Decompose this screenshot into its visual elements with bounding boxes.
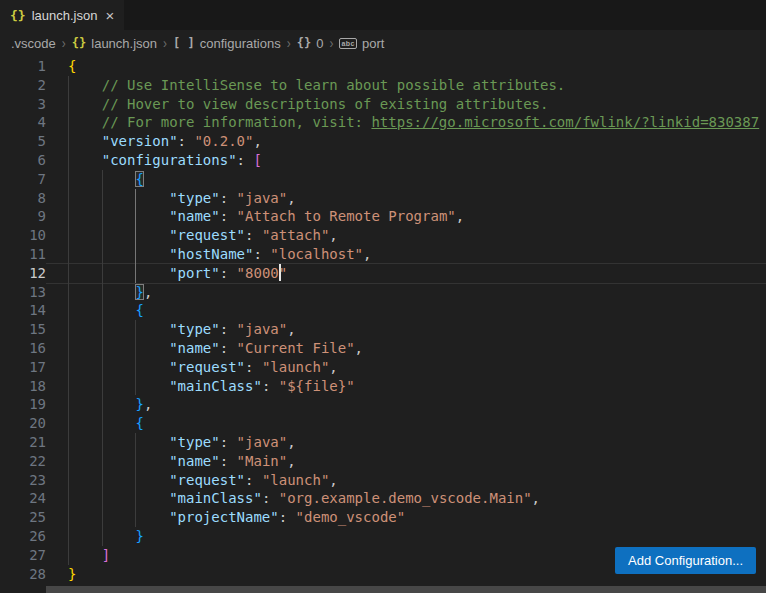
line-content: "name": "Current File",: [46, 339, 766, 358]
line-content: "type": "java",: [46, 433, 766, 452]
line-number: 26: [0, 527, 46, 546]
line-number: 6: [0, 151, 46, 170]
breadcrumb-item-port[interactable]: abcport: [339, 36, 384, 51]
line-content: "request": "launch",: [46, 471, 766, 490]
line-content: "projectName": "demo_vscode": [46, 508, 766, 527]
breadcrumb-label: 0: [316, 36, 323, 51]
code-line[interactable]: 23 "request": "launch",: [0, 471, 766, 490]
code-line[interactable]: 4 // For more information, visit: https:…: [0, 113, 766, 132]
line-number: 15: [0, 320, 46, 339]
object-symbol-icon: {}: [72, 36, 86, 50]
code-line[interactable]: 26 }: [0, 527, 766, 546]
code-line[interactable]: 3 // Hover to view descriptions of exist…: [0, 95, 766, 114]
line-content: "mainClass": "${file}": [46, 377, 766, 396]
code-line[interactable]: 21 "type": "java",: [0, 433, 766, 452]
code-lines: 1{2 // Use IntelliSense to learn about p…: [0, 57, 766, 583]
line-number: 9: [0, 207, 46, 226]
object-symbol-icon: {}: [297, 36, 311, 50]
breadcrumb-label: port: [362, 36, 384, 51]
line-number: 3: [0, 95, 46, 114]
breadcrumb-separator: ›: [329, 35, 333, 52]
line-number: 28: [0, 565, 46, 584]
array-symbol-icon: [ ]: [173, 36, 195, 50]
code-line[interactable]: 10 "request": "attach",: [0, 226, 766, 245]
breadcrumb-separator: ›: [287, 35, 291, 52]
tab-launch-json[interactable]: {} launch.json ×: [0, 0, 124, 30]
line-number: 1: [0, 57, 46, 76]
code-line[interactable]: 11 "hostName": "localhost",: [0, 245, 766, 264]
line-content: // Use IntelliSense to learn about possi…: [46, 76, 766, 95]
code-line[interactable]: 9 "name": "Attach to Remote Program",: [0, 207, 766, 226]
code-line[interactable]: 16 "name": "Current File",: [0, 339, 766, 358]
line-number: 19: [0, 395, 46, 414]
add-configuration-button[interactable]: Add Configuration...: [615, 547, 756, 574]
tab-label: launch.json: [32, 8, 98, 23]
line-content: },: [46, 283, 766, 302]
tab-bar: {} launch.json ×: [0, 0, 766, 30]
line-content: {: [46, 301, 766, 320]
code-line[interactable]: 15 "type": "java",: [0, 320, 766, 339]
breadcrumb-label: launch.json: [91, 36, 157, 51]
breadcrumb-item-0[interactable]: {}0: [297, 36, 324, 51]
line-number: 23: [0, 471, 46, 490]
code-line[interactable]: 2 // Use IntelliSense to learn about pos…: [0, 76, 766, 95]
line-number: 10: [0, 226, 46, 245]
line-number: 17: [0, 358, 46, 377]
line-content: "type": "java",: [46, 320, 766, 339]
line-number: 24: [0, 489, 46, 508]
line-number: 5: [0, 132, 46, 151]
code-line[interactable]: 18 "mainClass": "${file}": [0, 377, 766, 396]
line-content: "name": "Main",: [46, 452, 766, 471]
line-number: 27: [0, 546, 46, 565]
code-line[interactable]: 5 "version": "0.2.0",: [0, 132, 766, 151]
line-number: 21: [0, 433, 46, 452]
close-tab-icon[interactable]: ×: [103, 8, 116, 23]
line-content: // For more information, visit: https://…: [46, 113, 766, 132]
line-content: "name": "Attach to Remote Program",: [46, 207, 766, 226]
line-number: 20: [0, 414, 46, 433]
line-number: 11: [0, 245, 46, 264]
breadcrumb-label: configurations: [200, 36, 281, 51]
line-content: "request": "attach",: [46, 226, 766, 245]
code-line[interactable]: 19 },: [0, 395, 766, 414]
line-content: "configurations": [: [46, 151, 766, 170]
breadcrumb-item--vscode[interactable]: .vscode: [11, 36, 56, 51]
code-line[interactable]: 22 "name": "Main",: [0, 452, 766, 471]
code-line[interactable]: 17 "request": "launch",: [0, 358, 766, 377]
line-number: 13: [0, 283, 46, 302]
line-content: {: [46, 414, 766, 433]
line-content: {: [46, 170, 766, 189]
code-line[interactable]: 25 "projectName": "demo_vscode": [0, 508, 766, 527]
line-content: "version": "0.2.0",: [46, 132, 766, 151]
line-number: 2: [0, 76, 46, 95]
line-number: 22: [0, 452, 46, 471]
breadcrumb-separator: ›: [163, 35, 167, 52]
code-line[interactable]: 20 {: [0, 414, 766, 433]
breadcrumb-item-configurations[interactable]: [ ]configurations: [173, 36, 281, 51]
code-line[interactable]: 14 {: [0, 301, 766, 320]
line-content: },: [46, 395, 766, 414]
line-number: 12: [0, 264, 46, 283]
breadcrumb-item-launch-json[interactable]: {}launch.json: [72, 36, 157, 51]
line-number: 8: [0, 189, 46, 208]
code-line[interactable]: 24 "mainClass": "org.example.demo_vscode…: [0, 489, 766, 508]
horizontal-scrollbar[interactable]: [46, 586, 766, 593]
code-line[interactable]: 7 {: [0, 170, 766, 189]
breadcrumb-label: .vscode: [11, 36, 56, 51]
line-number: 25: [0, 508, 46, 527]
code-line[interactable]: 8 "type": "java",: [0, 189, 766, 208]
line-content: "port": "8000": [46, 264, 766, 283]
json-file-icon: {}: [10, 8, 26, 23]
line-number: 7: [0, 170, 46, 189]
line-content: }: [46, 527, 766, 546]
code-line[interactable]: 6 "configurations": [: [0, 151, 766, 170]
code-line[interactable]: 13 },: [0, 283, 766, 302]
line-content: {: [46, 57, 766, 76]
code-line[interactable]: 1{: [0, 57, 766, 76]
code-editor[interactable]: 1{2 // Use IntelliSense to learn about p…: [0, 56, 766, 593]
line-number: 14: [0, 301, 46, 320]
line-number: 18: [0, 377, 46, 396]
line-content: "mainClass": "org.example.demo_vscode.Ma…: [46, 489, 766, 508]
line-content: "hostName": "localhost",: [46, 245, 766, 264]
code-line[interactable]: 12 "port": "8000": [0, 264, 766, 283]
